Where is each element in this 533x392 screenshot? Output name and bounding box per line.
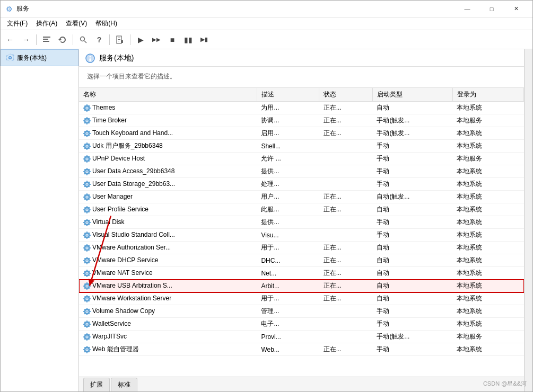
service-status: 正在... <box>319 114 373 127</box>
service-status: 正在... <box>319 102 373 114</box>
scrollbar[interactable] <box>524 49 532 391</box>
menu-view[interactable]: 查看(V) <box>62 18 91 29</box>
service-name: WarpJITSvc <box>79 331 257 343</box>
refresh-button[interactable] <box>55 33 70 47</box>
table-row[interactable]: Web 能自管理器 Web... 正在... 手动 本地系统 <box>79 343 524 356</box>
service-name: User Manager <box>79 191 257 203</box>
col-desc[interactable]: 描述 <box>257 88 319 102</box>
menu-bar: 文件(F) 操作(A) 查看(V) 帮助(H) <box>1 17 532 30</box>
table-row[interactable]: WalletService 电子... 手动 本地系统 <box>79 318 524 331</box>
service-name: Volume Shadow Copy <box>79 305 257 318</box>
svg-point-24 <box>86 272 88 274</box>
svg-point-19 <box>86 209 88 211</box>
service-name: Web 能自管理器 <box>79 343 257 356</box>
table-row[interactable]: Virtual Disk 提供... 手动 本地系统 <box>79 216 524 229</box>
menu-file[interactable]: 文件(F) <box>3 18 32 29</box>
tab-expand[interactable]: 扩展 <box>83 378 110 391</box>
service-name: User Data Storage_29bb63... <box>79 178 257 191</box>
svg-point-18 <box>86 196 88 198</box>
table-row[interactable]: Touch Keyboard and Hand... 启用... 正在... 手… <box>79 127 524 140</box>
table-row[interactable]: Udk 用户服务_29bb6348 Shell... 手动 本地系统 <box>79 140 524 153</box>
table-row[interactable]: User Profile Service 此服... 正在... 自动 本地系统 <box>79 203 524 216</box>
service-startup: 自动 <box>372 102 452 114</box>
svg-rect-0 <box>43 37 50 38</box>
svg-point-16 <box>86 171 88 173</box>
table-row[interactable]: Time Broker 协调... 正在... 手动(触发... 本地服务 <box>79 114 524 127</box>
forward-button[interactable]: → <box>19 33 33 47</box>
service-desc: 协调... <box>257 114 319 127</box>
start-all-button[interactable]: ▶▶ <box>149 33 164 47</box>
service-desc: 提供... <box>257 165 319 178</box>
help-button[interactable]: ? <box>92 33 107 47</box>
minimize-button[interactable]: — <box>455 1 479 17</box>
svg-rect-7 <box>118 39 120 40</box>
stop-button[interactable]: ■ <box>165 33 180 47</box>
table-row[interactable]: VMware DHCP Service DHC... 正在... 自动 本地系统 <box>79 254 524 267</box>
menu-help[interactable]: 帮助(H) <box>91 18 121 29</box>
content-area: 服务(本地) 选择一个项目来查看它的描述。 名称 描述 状态 启动类型 登录为 <box>79 49 524 391</box>
service-login: 本地服务 <box>452 114 523 127</box>
table-row[interactable]: User Data Storage_29bb63... 处理... 手动 本地系… <box>79 178 524 191</box>
sidebar-item-local-services[interactable]: 服务(本地) <box>1 49 78 66</box>
service-name: VMware Authorization Ser... <box>79 242 257 254</box>
service-desc: 用于... <box>257 292 319 305</box>
svg-point-25 <box>86 285 88 287</box>
menu-action[interactable]: 操作(A) <box>32 18 62 29</box>
col-name[interactable]: 名称 <box>79 88 257 102</box>
table-row[interactable]: UPnP Device Host 允许 ... 手动 本地服务 <box>79 153 524 165</box>
table-row[interactable]: VMware Authorization Ser... 用于... 正在... … <box>79 242 524 254</box>
table-row[interactable]: Volume Shadow Copy 管理... 手动 本地系统 <box>79 305 524 318</box>
service-desc: 启用... <box>257 127 319 140</box>
table-row[interactable]: Themes 为用... 正在... 自动 本地系统 <box>79 102 524 114</box>
title-bar: ⚙ 服务 — □ ✕ <box>1 1 532 17</box>
service-login: 本地系统 <box>452 216 523 229</box>
resume-button[interactable]: ▶▮ <box>197 33 212 47</box>
svg-point-26 <box>86 298 88 300</box>
service-desc: Shell... <box>257 140 319 153</box>
svg-point-22 <box>86 247 88 249</box>
service-name: User Profile Service <box>79 203 257 216</box>
table-row[interactable]: WarpJITSvc Provi... 手动(触发... 本地服务 <box>79 331 524 343</box>
search-button[interactable] <box>76 33 91 47</box>
service-startup: 自动 <box>372 292 452 305</box>
svg-point-13 <box>86 132 88 135</box>
service-table: 名称 描述 状态 启动类型 登录为 Themes 为用... 正在... 自动 … <box>79 88 524 356</box>
svg-rect-1 <box>43 39 48 40</box>
service-login: 本地服务 <box>452 153 523 165</box>
table-row[interactable]: Visual Studio Standard Coll... Visu... 手… <box>79 229 524 242</box>
table-header-row: 名称 描述 状态 启动类型 登录为 <box>79 88 524 102</box>
service-startup: 手动 <box>372 153 452 165</box>
close-button[interactable]: ✕ <box>504 1 528 17</box>
service-login: 本地系统 <box>452 140 523 153</box>
up-button[interactable] <box>39 33 54 47</box>
service-table-wrapper[interactable]: 名称 描述 状态 启动类型 登录为 Themes 为用... 正在... 自动 … <box>79 88 524 377</box>
properties-button[interactable] <box>112 33 127 47</box>
service-status: 正在... <box>319 127 373 140</box>
service-desc: Arbit... <box>257 280 319 292</box>
svg-point-30 <box>86 349 88 351</box>
back-button[interactable]: ← <box>3 33 18 47</box>
table-row[interactable]: VMware Workstation Server 用于... 正在... 自动… <box>79 292 524 305</box>
service-login: 本地系统 <box>452 203 523 216</box>
table-row[interactable]: User Manager 用户... 正在... 自动(触发... 本地系统 <box>79 191 524 203</box>
table-row[interactable]: VMware NAT Service Net... 正在... 自动 本地系统 <box>79 267 524 280</box>
service-name: VMware Workstation Server <box>79 292 257 305</box>
service-status <box>319 178 373 191</box>
start-service-button[interactable]: ▶ <box>133 33 148 47</box>
service-name: VMware DHCP Service <box>79 254 257 267</box>
pause-button[interactable]: ▮▮ <box>181 33 196 47</box>
table-row[interactable]: User Data Access_29bb6348 提供... 手动 本地系统 <box>79 165 524 178</box>
service-desc: Visu... <box>257 229 319 242</box>
col-startup[interactable]: 启动类型 <box>372 88 452 102</box>
service-name: User Data Access_29bb6348 <box>79 165 257 178</box>
service-name: Udk 用户服务_29bb6348 <box>79 140 257 153</box>
service-startup: 自动 <box>372 254 452 267</box>
col-login[interactable]: 登录为 <box>452 88 523 102</box>
service-desc: 用于... <box>257 242 319 254</box>
col-status[interactable]: 状态 <box>319 88 373 102</box>
table-row[interactable]: VMware USB Arbitration S... Arbit... 正在.… <box>79 280 524 292</box>
maximize-button[interactable]: □ <box>479 1 504 17</box>
svg-point-29 <box>86 336 88 338</box>
svg-point-11 <box>86 107 88 109</box>
tab-standard[interactable]: 标准 <box>111 378 137 391</box>
